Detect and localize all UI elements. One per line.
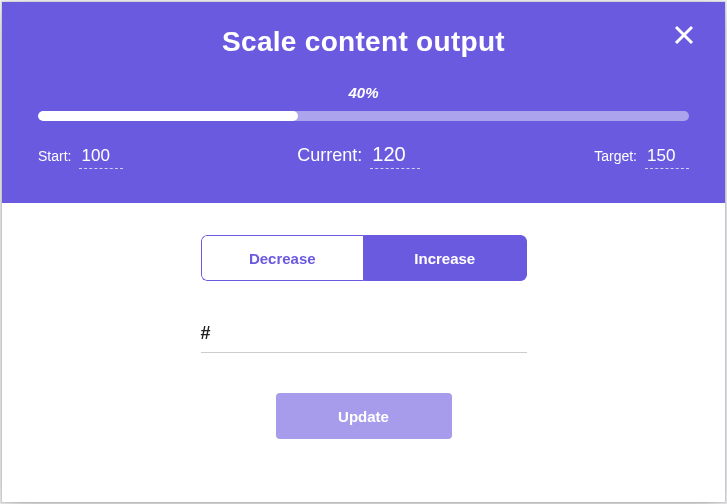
current-group: Current:: [297, 143, 420, 169]
target-group: Target:: [594, 146, 689, 169]
amount-field[interactable]: #: [201, 323, 527, 353]
current-label: Current:: [297, 145, 362, 166]
update-button[interactable]: Update: [276, 393, 452, 439]
start-group: Start:: [38, 146, 123, 169]
close-button[interactable]: [671, 24, 697, 50]
scale-content-modal: Scale content output 40% Start: Current:…: [2, 2, 725, 502]
decrease-button[interactable]: Decrease: [201, 235, 364, 281]
increase-button[interactable]: Increase: [363, 235, 527, 281]
progress-percent: 40%: [38, 84, 689, 101]
modal-body: Decrease Increase # Update: [2, 203, 725, 439]
target-label: Target:: [594, 148, 637, 164]
modal-header: Scale content output 40% Start: Current:…: [2, 2, 725, 203]
current-input[interactable]: [370, 143, 420, 169]
close-icon: [674, 25, 694, 49]
direction-toggle: Decrease Increase: [201, 235, 527, 281]
start-label: Start:: [38, 148, 71, 164]
target-input[interactable]: [645, 146, 689, 169]
hash-icon: #: [201, 323, 211, 344]
amount-input[interactable]: [219, 325, 527, 343]
progress-bar-fill: [38, 111, 298, 121]
start-input[interactable]: [79, 146, 123, 169]
modal-title: Scale content output: [38, 26, 689, 58]
value-row: Start: Current: Target:: [38, 143, 689, 169]
progress-bar: [38, 111, 689, 121]
